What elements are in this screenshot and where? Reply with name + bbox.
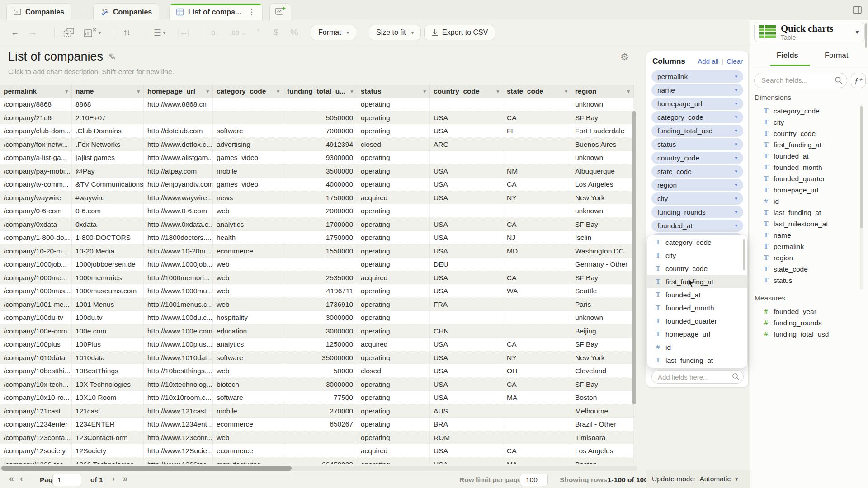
dimension-city[interactable]: Tcity xyxy=(750,117,863,128)
dimension-state-code[interactable]: Tstate_code xyxy=(750,263,863,275)
window-scrollbar-thumb[interactable] xyxy=(865,23,867,48)
column-sort-caret-icon[interactable]: ▾ xyxy=(63,89,68,94)
dimension-permalink[interactable]: Tpermalink xyxy=(750,241,863,252)
column-chip-homepage-url[interactable]: homepage_url▾ xyxy=(651,98,743,110)
chip-caret-icon[interactable]: ▾ xyxy=(735,169,737,174)
dimension-country-code[interactable]: Tcountry_code xyxy=(750,128,863,139)
column-chip-state-code[interactable]: state_code▾ xyxy=(651,165,743,178)
new-chart-tab-button[interactable] xyxy=(269,3,291,20)
column-header-homepage-url[interactable]: homepage_url▾ xyxy=(144,85,213,98)
column-sort-caret-icon[interactable]: ▾ xyxy=(625,89,630,94)
currency-format-button[interactable]: $ xyxy=(269,21,283,44)
field-option-country-code[interactable]: Tcountry_code xyxy=(647,262,747,275)
dimension-homepage-url[interactable]: Thomepage_url xyxy=(750,184,863,196)
field-option-homepage-url[interactable]: Thomepage_url xyxy=(647,328,747,341)
column-sort-caret-icon[interactable]: ▾ xyxy=(349,89,353,94)
column-chip-funding-total-usd[interactable]: funding_total_usd▾ xyxy=(651,125,743,137)
chip-caret-icon[interactable]: ▾ xyxy=(735,223,737,229)
chevron-down-icon[interactable]: ▼ xyxy=(734,477,739,482)
tab-companies-1[interactable]: Companies xyxy=(93,3,159,20)
dimension-last-milestone-at[interactable]: Tlast_milestone_at xyxy=(750,218,863,230)
first-page-button[interactable]: « xyxy=(9,474,14,483)
measure-funding-total-usd[interactable]: #funding_total_usd xyxy=(750,328,863,340)
column-sort-caret-icon[interactable]: ▾ xyxy=(495,89,499,94)
tab-companies-0[interactable]: Companies xyxy=(6,3,71,20)
chip-caret-icon[interactable]: ▾ xyxy=(735,128,737,134)
dimension-name[interactable]: Tname xyxy=(750,230,863,241)
dimension-status[interactable]: Tstatus xyxy=(750,275,863,286)
column-sort-caret-icon[interactable]: ▾ xyxy=(204,89,209,94)
chip-caret-icon[interactable]: ▾ xyxy=(735,155,737,161)
remove-chart-button[interactable]: ▾ xyxy=(80,21,104,44)
column-sort-caret-icon[interactable]: ▾ xyxy=(135,89,140,94)
add-all-link[interactable]: Add all xyxy=(698,57,718,65)
undo-button[interactable]: ← xyxy=(7,21,23,44)
add-fields-input[interactable] xyxy=(651,370,744,384)
chip-caret-icon[interactable]: ▾ xyxy=(735,209,737,215)
format-button[interactable]: Format▾ xyxy=(311,25,356,40)
page-number-input[interactable] xyxy=(52,474,81,486)
column-chip-country-code[interactable]: country_code▾ xyxy=(651,152,743,164)
column-sort-caret-icon[interactable]: ▾ xyxy=(275,89,279,94)
chart-type-selector[interactable]: Quick charts Table ▼ xyxy=(754,22,865,42)
export-csv-button[interactable]: Export to CSV xyxy=(424,25,495,40)
size-to-fit-button[interactable]: Size to fit▾ xyxy=(369,25,421,40)
update-mode-value[interactable]: Automatic xyxy=(699,475,731,483)
column-chip-permalink[interactable]: permalink▾ xyxy=(651,70,743,83)
decrease-decimal-button[interactable]: .0← xyxy=(207,21,224,44)
collapse-panel-icon[interactable] xyxy=(852,5,863,15)
column-header-country-code[interactable]: country_code▾ xyxy=(430,85,503,98)
field-option-founded-quarter[interactable]: Tfounded_quarter xyxy=(647,314,747,328)
field-option-last-funding-at[interactable]: Tlast_funding_at xyxy=(647,354,747,367)
tab-format[interactable]: Format xyxy=(825,51,848,60)
column-header-region[interactable]: region▾ xyxy=(571,85,634,98)
last-page-button[interactable]: » xyxy=(123,474,128,483)
redo-button[interactable]: → xyxy=(25,21,41,44)
field-option-first-funding-at[interactable]: Tfirst_funding_at xyxy=(647,275,747,288)
column-chip-name[interactable]: name▾ xyxy=(651,84,743,96)
column-chip-status[interactable]: status▾ xyxy=(651,138,743,150)
column-chip-funding-rounds[interactable]: funding_rounds▾ xyxy=(651,206,743,218)
column-header-permalink[interactable]: permalink▾ xyxy=(0,85,72,98)
dimension-first-funding-at[interactable]: Tfirst_funding_at xyxy=(750,139,863,150)
previous-page-button[interactable]: ‹ xyxy=(20,474,23,483)
dimension-region[interactable]: Tregion xyxy=(750,252,863,263)
field-option-category-code[interactable]: Tcategory_code xyxy=(647,236,747,249)
chip-caret-icon[interactable]: ▾ xyxy=(735,182,737,188)
column-chip-city[interactable]: city▾ xyxy=(651,192,743,205)
dimension-last-funding-at[interactable]: Tlast_funding_at xyxy=(750,207,863,218)
tab-menu-kebab-icon[interactable]: ⋮ xyxy=(248,7,255,17)
dimensions-scrollbar-thumb[interactable] xyxy=(860,106,863,228)
sort-button[interactable]: ↑↓ xyxy=(117,21,137,44)
dimension-founded-month[interactable]: Tfounded_month xyxy=(750,162,863,173)
field-option-id[interactable]: #id xyxy=(647,341,747,354)
column-header-category-code[interactable]: category_code▾ xyxy=(213,85,283,98)
chip-caret-icon[interactable]: ▾ xyxy=(735,101,737,107)
table-vertical-scrollbar[interactable] xyxy=(632,111,636,404)
column-sort-caret-icon[interactable]: ▾ xyxy=(563,89,567,94)
gear-icon[interactable]: ⚙ xyxy=(620,52,629,62)
percent-format-button[interactable]: % xyxy=(288,21,301,44)
dimension-founded-at[interactable]: Tfounded_at xyxy=(750,150,863,162)
column-sort-caret-icon[interactable]: ▾ xyxy=(421,89,426,94)
search-fields-input[interactable] xyxy=(754,73,847,88)
column-chip-region[interactable]: region▾ xyxy=(651,179,743,191)
column-chip-category-code[interactable]: category_code▾ xyxy=(651,111,743,123)
dimension-id[interactable]: #id xyxy=(750,196,863,207)
chip-caret-icon[interactable]: ▾ xyxy=(735,87,737,93)
chart-description-placeholder[interactable]: Click to add chart description. Shift-en… xyxy=(8,68,174,76)
field-option-city[interactable]: Tcity xyxy=(647,249,747,262)
measure-founded-year[interactable]: #founded_year xyxy=(750,306,863,317)
column-header-funding-total-u[interactable]: funding_total_u...▾ xyxy=(283,85,357,98)
column-chip-founded-at[interactable]: founded_at▾ xyxy=(651,220,743,232)
thousands-separator-button[interactable]: ‛ xyxy=(251,21,265,44)
column-header-status[interactable]: status▾ xyxy=(357,85,430,98)
field-option-founded-month[interactable]: Tfounded_month xyxy=(647,301,747,314)
field-option-founded-at[interactable]: Tfounded_at xyxy=(647,288,747,301)
row-limit-input[interactable] xyxy=(520,474,548,486)
increase-decimal-button[interactable]: .00→ xyxy=(228,21,248,44)
align-button[interactable]: ☰▾ xyxy=(149,21,170,44)
text-wrap-button[interactable]: |↔| xyxy=(174,21,193,44)
dropdown-scrollbar[interactable] xyxy=(743,239,745,270)
measure-funding-rounds[interactable]: #funding_rounds xyxy=(750,317,863,328)
